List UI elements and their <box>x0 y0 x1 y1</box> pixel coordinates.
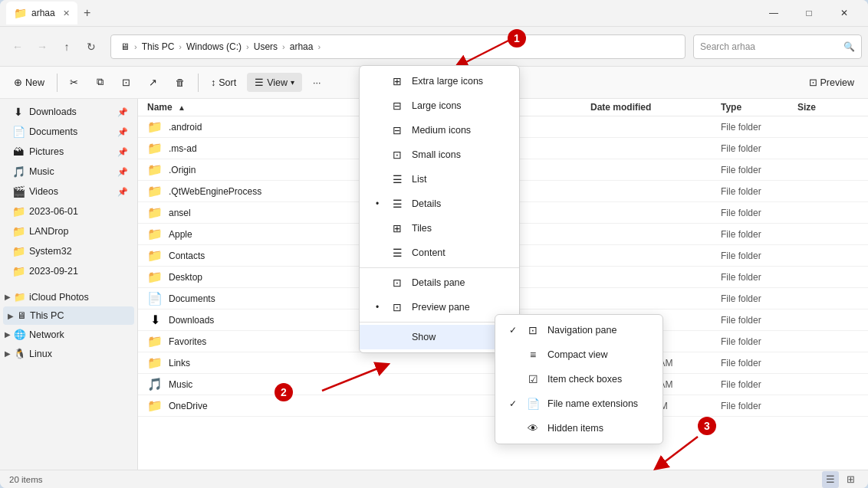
file-icon: 📁 <box>147 227 163 241</box>
preview-label: Preview <box>820 77 854 88</box>
paste-icon: ⊡ <box>122 77 130 88</box>
back-button[interactable]: ← <box>6 35 29 58</box>
new-button[interactable]: ⊕ New <box>6 73 52 92</box>
menu-item-item-checkboxes[interactable]: ☑ Item check boxes <box>495 367 663 391</box>
sidebar-item-pictures[interactable]: 🏔 Pictures 📌 <box>3 142 134 162</box>
menu-item-details[interactable]: • ☰ Details <box>360 192 519 216</box>
file-type: File folder <box>721 229 797 240</box>
downloads-icon: ⬇ <box>12 106 25 118</box>
cut-icon: ✂ <box>70 77 78 88</box>
nav-pane-label: Navigation pane <box>547 325 616 336</box>
paste-button[interactable]: ⊡ <box>114 73 138 92</box>
menu-item-content[interactable]: ☰ Content <box>360 241 519 265</box>
preview-button[interactable]: ⊡ Preview <box>801 73 862 92</box>
menu-item-list[interactable]: ☰ List <box>360 167 519 192</box>
col-type-header: Type <box>721 102 797 113</box>
expand-icon3: ▶ <box>5 330 11 339</box>
new-label: New <box>25 77 44 88</box>
compact-label: Compact view <box>547 349 608 360</box>
refresh-button[interactable]: ↻ <box>80 35 103 58</box>
show-submenu: ✓ ⊡ Navigation pane ≡ Compact view ☑ Ite… <box>495 314 663 444</box>
details-icon: ☰ <box>390 197 404 211</box>
menu-item-nav-pane[interactable]: ✓ ⊡ Navigation pane <box>495 318 663 342</box>
close-button[interactable]: ✕ <box>827 0 862 27</box>
share-button[interactable]: ↗ <box>141 73 165 92</box>
folder-icon3: 📁 <box>12 245 25 257</box>
forward-button[interactable]: → <box>31 35 54 58</box>
extra-large-label: Extra large icons <box>412 76 483 87</box>
sidebar-item-landrop[interactable]: 📁 LANDrop <box>3 221 134 241</box>
sidebar-pictures-label: Pictures <box>29 146 64 157</box>
file-icon: ⬇ <box>147 313 163 327</box>
tab-close-button[interactable]: ✕ <box>63 8 70 18</box>
file-extensions-icon: 📄 <box>526 397 540 411</box>
menu-item-medium[interactable]: ⊟ Medium icons <box>360 118 519 142</box>
tiles-label: Tiles <box>412 223 432 234</box>
file-type: File folder <box>721 272 797 283</box>
menu-item-tiles[interactable]: ⊞ Tiles <box>360 216 519 241</box>
menu-item-large[interactable]: ⊟ Large icons <box>360 93 519 118</box>
sidebar-section-linux[interactable]: ▶ 🐧 Linux <box>0 344 137 363</box>
list-view-button[interactable]: ☰ <box>822 471 839 488</box>
maximize-button[interactable]: □ <box>791 0 827 27</box>
content-label: Content <box>412 247 446 258</box>
breadcrumb-address-icon: 🖥 <box>117 40 133 54</box>
sidebar-section-network[interactable]: ▶ 🌐 Network <box>0 325 137 344</box>
up-button[interactable]: ↑ <box>55 35 78 58</box>
sidebar-item-downloads[interactable]: ⬇ Downloads 📌 <box>3 102 134 122</box>
badge-3: 3 <box>698 417 716 435</box>
sidebar-item-2023-09-21[interactable]: 📁 2023-09-21 <box>3 261 134 281</box>
more-button[interactable]: ··· <box>305 74 328 92</box>
menu-item-hidden[interactable]: 👁 Hidden items <box>495 416 663 441</box>
sidebar-item-documents[interactable]: 📄 Documents 📌 <box>3 122 134 142</box>
search-box[interactable]: Search arhaa 🔍 <box>693 34 862 59</box>
status-text: 20 items <box>9 475 42 484</box>
minimize-button[interactable]: — <box>756 0 791 27</box>
sidebar-item-2023-06-01[interactable]: 📁 2023-06-01 <box>3 201 134 221</box>
file-icon: 📁 <box>147 355 163 370</box>
sort-button[interactable]: ↕ Sort <box>203 74 244 92</box>
window-controls: — □ ✕ <box>756 0 862 27</box>
sidebar-network-label: Network <box>29 329 64 340</box>
view-button[interactable]: ☰ View ▾ <box>247 73 302 92</box>
breadcrumb-windowsc[interactable]: Windows (C:) <box>183 40 245 54</box>
menu-item-extra-large[interactable]: ⊞ Extra large icons <box>360 69 519 93</box>
linux-icon: 🐧 <box>14 348 26 359</box>
breadcrumb[interactable]: 🖥 › This PC › Windows (C:) › Users › arh… <box>110 34 686 59</box>
tab-arhaa[interactable]: 📁 arhaa ✕ <box>6 2 77 25</box>
menu-item-small[interactable]: ⊡ Small icons <box>360 142 519 167</box>
file-type: File folder <box>721 251 797 261</box>
breadcrumb-arhaa[interactable]: arhaa <box>287 40 317 54</box>
sidebar-item-system32[interactable]: 📁 System32 <box>3 241 134 261</box>
file-icon: 📄 <box>147 291 163 306</box>
menu-item-details-pane[interactable]: ⊡ Details pane <box>360 270 519 295</box>
details-pane-label: Details pane <box>412 277 465 288</box>
copy-button[interactable]: ⧉ <box>89 73 111 92</box>
file-icon: 📁 <box>147 398 163 413</box>
status-bar: 20 items ☰ ⊞ <box>0 470 868 488</box>
sidebar-documents-label: Documents <box>29 126 77 137</box>
cut-button[interactable]: ✂ <box>62 73 86 92</box>
file-type: File folder <box>721 358 797 368</box>
sidebar-section-icloud[interactable]: ▶ 📁 iCloud Photos <box>0 287 137 306</box>
breadcrumb-users[interactable]: Users <box>251 40 281 54</box>
preview-pane-icon: ⊡ <box>390 300 404 314</box>
grid-view-button[interactable]: ⊞ <box>842 471 859 488</box>
menu-item-file-extensions[interactable]: ✓ 📄 File name extensions <box>495 391 663 416</box>
menu-item-compact[interactable]: ≡ Compact view <box>495 342 663 367</box>
details-label: Details <box>412 198 441 209</box>
file-icon: 📁 <box>147 141 163 156</box>
tab-label: arhaa <box>31 8 55 18</box>
breadcrumb-thispc[interactable]: This PC <box>139 40 178 54</box>
sidebar: ⬇ Downloads 📌 📄 Documents 📌 🏔 Pictures 📌… <box>0 99 138 470</box>
view-chevron: ▾ <box>291 78 294 87</box>
pin-icon5: 📌 <box>117 187 128 197</box>
add-tab-button[interactable]: + <box>77 3 97 23</box>
folder-icon2: 📁 <box>12 225 25 237</box>
delete-button[interactable]: 🗑 <box>168 74 193 92</box>
sidebar-item-music[interactable]: 🎵 Music 📌 <box>3 162 134 182</box>
sidebar-item-videos[interactable]: 🎬 Videos 📌 <box>3 182 134 201</box>
sidebar-section-thispc[interactable]: ▶ 🖥 This PC <box>3 306 134 325</box>
details-pane-icon: ⊡ <box>390 276 404 290</box>
file-icon: 🎵 <box>147 377 163 391</box>
